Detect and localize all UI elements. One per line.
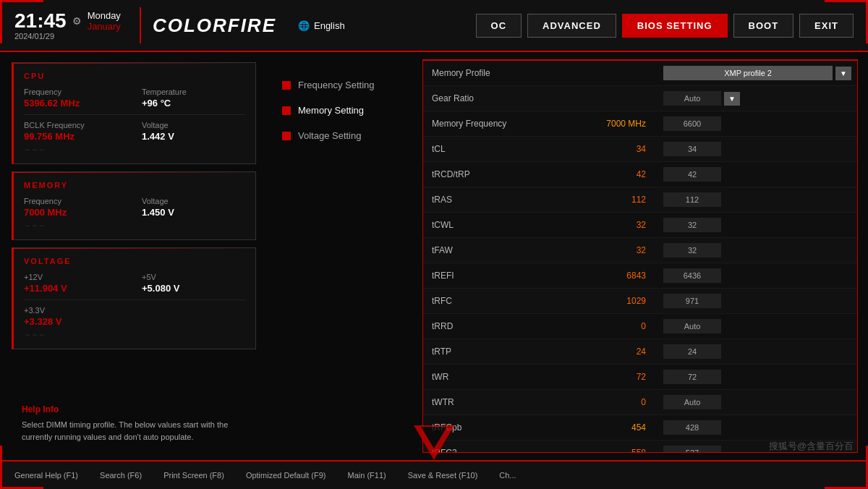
mem-setting-value[interactable]: 6600 xyxy=(655,111,857,137)
nav-btn-advanced[interactable]: ADVANCED xyxy=(527,14,616,38)
v33-value: +3.328 V xyxy=(24,316,245,327)
cpu-volt-label: Voltage xyxy=(142,121,245,129)
mem-setting-name: tRAS xyxy=(423,187,568,213)
language-selector[interactable]: 🌐 English xyxy=(298,20,345,31)
nav-btn-bios-setting[interactable]: BIOS SETTING xyxy=(622,14,728,38)
center-nav-label: Voltage Setting xyxy=(298,130,361,141)
mem-current-value: 7000 MHz xyxy=(568,111,655,137)
cpu-volt-value: 1.442 V xyxy=(142,131,245,142)
bottom-bar-item: Search (F6) xyxy=(100,471,142,480)
mem-freq-value: 7000 MHz xyxy=(24,207,127,218)
nav-square-icon xyxy=(282,132,291,140)
mem-setting-name: Gear Ratio xyxy=(423,86,568,111)
mem-current-value: 72 xyxy=(568,365,655,390)
corner-br-decoration xyxy=(825,446,868,489)
center-nav-item-frequency-setting[interactable]: Frequency Setting xyxy=(275,74,405,96)
mem-current-value: 34 xyxy=(568,137,655,162)
nav-btn-boot[interactable]: BOOT xyxy=(733,14,794,38)
mem-setting-value[interactable]: Auto▼ xyxy=(655,86,857,111)
mem-current-value: 42 xyxy=(568,162,655,187)
mem-setting-value[interactable]: Auto xyxy=(655,390,857,415)
mem-setting-value[interactable]: 428 xyxy=(655,415,857,441)
corner-bl-decoration xyxy=(0,446,43,489)
table-row[interactable]: tFAW3232 xyxy=(423,238,857,263)
cpu-info-card: CPU Frequency 5396.62 MHz Temperature +9… xyxy=(12,62,256,164)
mem-wave-decoration: ～～～ xyxy=(24,221,245,231)
dropdown-arrow-icon[interactable]: ▼ xyxy=(724,92,740,106)
value-box: 6436 xyxy=(663,268,721,283)
globe-icon: 🌐 xyxy=(298,20,310,31)
mem-setting-name: tCWL xyxy=(423,213,568,238)
cpu-freq-label: Frequency xyxy=(24,88,127,96)
nav-btn-oc[interactable]: OC xyxy=(476,14,522,38)
table-row[interactable]: tCWL3232 xyxy=(423,213,857,238)
value-box: 32 xyxy=(663,218,721,232)
voltage-info-card: VOLTAGE +12V +11.904 V +5V +5.080 V +3.3… xyxy=(12,247,256,349)
v12-value: +11.904 V xyxy=(24,283,127,294)
volt-card-title: VOLTAGE xyxy=(24,257,245,265)
table-row[interactable]: tRAS112112 xyxy=(423,187,857,213)
center-nav-item-memory-setting[interactable]: Memory Setting xyxy=(275,99,405,122)
center-nav-item-voltage-setting[interactable]: Voltage Setting xyxy=(275,124,405,147)
table-row[interactable]: tWR7272 xyxy=(423,365,857,390)
mem-volt-label: Voltage xyxy=(142,197,245,205)
mem-setting-value[interactable]: 6436 xyxy=(655,263,857,289)
table-row[interactable]: tRFCpb454428 xyxy=(423,415,857,441)
table-row[interactable]: Memory ProfileXMP profile 2▼ xyxy=(423,61,857,86)
table-row[interactable]: tWTR0Auto xyxy=(423,390,857,415)
day-of-week: Monday xyxy=(88,10,121,21)
mem-current-value: 0 xyxy=(568,390,655,415)
mem-setting-name: Memory Profile xyxy=(423,61,568,86)
mem-setting-value[interactable]: 32 xyxy=(655,213,857,238)
mem-setting-value[interactable]: Auto xyxy=(655,314,857,339)
volt-wave-decoration: ～～～ xyxy=(24,330,245,340)
value-box: Auto xyxy=(663,91,721,106)
table-row[interactable]: Memory Frequency7000 MHz6600 xyxy=(423,111,857,137)
value-box: 24 xyxy=(663,344,721,359)
main-content: CPU Frequency 5396.62 MHz Temperature +9… xyxy=(0,52,868,460)
value-box: 527 xyxy=(663,446,721,453)
table-row[interactable]: Gear RatioAuto▼ xyxy=(423,86,857,111)
bclk-value: 99.756 MHz xyxy=(24,131,127,142)
corner-tr-decoration xyxy=(825,0,868,43)
mem-setting-value[interactable]: 971 xyxy=(655,289,857,314)
nav-buttons: OCADVANCEDBIOS SETTINGBOOTEXIT xyxy=(476,14,854,38)
nav-square-icon xyxy=(282,81,291,90)
mem-current-value: 32 xyxy=(568,238,655,263)
mem-setting-value[interactable]: 34 xyxy=(655,137,857,162)
right-panel: Memory ProfileXMP profile 2▼Gear RatioAu… xyxy=(412,52,868,460)
mem-setting-value[interactable]: 32 xyxy=(655,238,857,263)
table-row[interactable]: tRCD/tRP4242 xyxy=(423,162,857,187)
mem-setting-value[interactable]: 72 xyxy=(655,365,857,390)
value-box: 72 xyxy=(663,370,721,384)
mem-setting-name: tRCD/tRP xyxy=(423,162,568,187)
mem-current-value: 6843 xyxy=(568,263,655,289)
table-row[interactable]: tRFC1029971 xyxy=(423,289,857,314)
table-row[interactable]: tCL3434 xyxy=(423,137,857,162)
table-row[interactable]: tRTP2424 xyxy=(423,339,857,365)
mem-current-value: 558 xyxy=(568,441,655,454)
mem-current-value: 454 xyxy=(568,415,655,441)
memory-settings-table: Memory ProfileXMP profile 2▼Gear RatioAu… xyxy=(423,61,857,453)
left-panel: CPU Frequency 5396.62 MHz Temperature +9… xyxy=(0,52,268,460)
value-box: 428 xyxy=(663,420,721,435)
table-row[interactable]: tRRD0Auto xyxy=(423,314,857,339)
value-box: Auto xyxy=(663,395,721,409)
mem-setting-name: tREFI xyxy=(423,263,568,289)
bottom-bar-item: Print Screen (F8) xyxy=(163,471,224,480)
mem-setting-value[interactable]: XMP profile 2▼ xyxy=(655,61,857,86)
nav-square-icon xyxy=(282,106,291,115)
value-box: Auto xyxy=(663,319,721,333)
memory-table-container[interactable]: Memory ProfileXMP profile 2▼Gear RatioAu… xyxy=(422,59,858,453)
dropdown-arrow-icon[interactable]: ▼ xyxy=(835,67,851,80)
top-bar: 21:45 ⚙ Monday January 2024/01/29 COLORF… xyxy=(0,0,868,52)
value-box: 32 xyxy=(663,243,721,258)
mem-setting-value[interactable]: 42 xyxy=(655,162,857,187)
value-box: 34 xyxy=(663,142,721,156)
mem-freq-label: Frequency xyxy=(24,197,127,205)
mem-setting-value[interactable]: 24 xyxy=(655,339,857,365)
value-box: 971 xyxy=(663,294,721,308)
mem-setting-value[interactable]: 112 xyxy=(655,187,857,213)
table-row[interactable]: tREFI68436436 xyxy=(423,263,857,289)
header-divider xyxy=(140,7,141,43)
